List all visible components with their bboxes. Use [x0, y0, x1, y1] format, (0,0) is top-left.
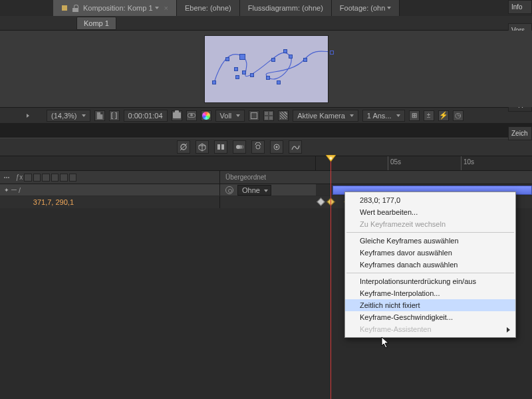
panel-tab-info[interactable]: Info [508, 0, 532, 14]
ctx-select-next[interactable]: Keyframes danach auswählen [345, 259, 515, 271]
path-node[interactable] [271, 58, 275, 62]
dropdown-zoom[interactable]: (14,3%) [47, 110, 90, 122]
path-node[interactable] [250, 73, 254, 77]
camera-icon [173, 112, 181, 118]
bolt-icon: ⚡ [439, 111, 448, 120]
tab-label: Komposition: Komp 1 [83, 4, 153, 12]
comp-subtab[interactable]: Komp 1 [76, 17, 116, 30]
tab-label: Ebene: (ohne) [185, 4, 231, 12]
ctx-edit-value[interactable]: Wert bearbeiten... [345, 206, 515, 218]
path-node[interactable] [234, 67, 238, 71]
path-node[interactable] [242, 70, 246, 74]
path-node[interactable] [289, 55, 293, 59]
color-mgmt-button[interactable] [201, 110, 211, 121]
mask-vis-button[interactable] [249, 110, 259, 121]
dots-icon [4, 177, 9, 178]
shy-button[interactable] [177, 140, 190, 154]
dropdown-quality[interactable]: Voll [215, 110, 245, 122]
brackets-icon: ⊞ [412, 112, 417, 119]
tab-footage[interactable]: Footage: (ohn [332, 0, 400, 16]
ctx-rove-across-time[interactable]: Zeitlich nicht fixiert [345, 299, 515, 311]
resolution-button[interactable] [94, 110, 105, 121]
tab-layer[interactable]: Ebene: (ohne) [177, 0, 240, 16]
path-node[interactable] [239, 54, 245, 60]
time-ruler[interactable]: 05s 10s [0, 156, 532, 171]
parent-dropdown[interactable]: Ohne [237, 185, 271, 196]
brackets-icon: [ ] [111, 112, 117, 119]
switch-col[interactable] [24, 174, 31, 182]
tab-composition[interactable]: Komposition: Komp 1 × [53, 0, 177, 16]
path-node[interactable] [235, 75, 239, 79]
panel-tab-draw[interactable]: Zeich [508, 126, 532, 140]
page-icon [96, 112, 103, 120]
rect-icon [251, 112, 257, 119]
ctx-interp-suppress[interactable]: Interpolationsunterdrückung ein/aus [345, 275, 515, 287]
views-value: 1 Ans... [367, 112, 392, 120]
switch-col[interactable] [60, 174, 67, 182]
dropdown-camera[interactable]: Aktive Kamera [293, 110, 358, 122]
layer-columns-header: ƒx Übergeordnet [0, 171, 532, 184]
path-node[interactable] [225, 57, 229, 61]
ctx-select-prev[interactable]: Keyframes davor auswählen [345, 247, 515, 259]
switch-col[interactable] [51, 174, 59, 182]
bracket-button[interactable]: ⊞ [409, 110, 420, 121]
guides-button[interactable] [278, 110, 289, 121]
path-node[interactable] [212, 80, 216, 84]
switch-col[interactable] [33, 174, 41, 182]
show-snapshot-button[interactable] [186, 110, 197, 121]
brainstorm-button[interactable] [251, 140, 265, 154]
fast-preview-button[interactable]: ⚡ [438, 110, 449, 121]
play-icon[interactable] [27, 114, 29, 118]
grid-button[interactable] [263, 110, 274, 121]
chevron-down-icon [396, 114, 400, 117]
pickwhip-icon[interactable] [225, 186, 233, 194]
lock-icon [72, 5, 79, 12]
3d-button[interactable] [196, 140, 209, 154]
property-value[interactable]: 371,7, 290,1 [33, 198, 74, 206]
frameblend-button[interactable] [214, 140, 227, 154]
snapshot-button[interactable] [172, 110, 182, 121]
svg-rect-3 [221, 144, 224, 150]
comp-icon [61, 5, 68, 11]
tab-flowchart[interactable]: Flussdiagramm: (ohne) [240, 0, 332, 16]
keyframe[interactable] [317, 198, 325, 206]
timecode-display[interactable]: 0:00:01:04 [124, 110, 168, 122]
switch-col[interactable] [42, 174, 49, 182]
ctx-kf-assistants[interactable]: Keyframe-Assistenten [345, 323, 515, 335]
ctx-value-readout[interactable]: 283,0; 177,0 [345, 194, 515, 206]
path-node[interactable] [303, 58, 307, 62]
ruler-tick: 10s [461, 156, 474, 170]
ctx-goto-time: Zu Keyframezeit wechseln [345, 218, 515, 230]
composition-viewer[interactable] [0, 31, 532, 107]
motionblur-button[interactable] [233, 140, 246, 154]
graph-button[interactable] [289, 140, 302, 154]
cursor-icon [381, 336, 390, 348]
switch-col[interactable] [69, 174, 76, 182]
ruler-tick: 05s [388, 156, 401, 170]
ctx-kf-interpolation[interactable]: Keyframe-Interpolation... [345, 287, 515, 299]
chevron-down-icon [350, 114, 354, 117]
fx-label: ƒx [16, 174, 23, 181]
path-node[interactable] [283, 49, 287, 53]
dropdown-views[interactable]: 1 Ans... [362, 110, 405, 122]
ctx-kf-velocity[interactable]: Keyframe-Geschwindigkeit... [345, 311, 515, 323]
autokey-button[interactable] [270, 140, 283, 154]
pixel-ar-button[interactable]: ± [424, 110, 434, 121]
colorwheel-icon [202, 112, 210, 120]
timeline-toggle-button[interactable]: ◷ [453, 110, 464, 121]
close-icon[interactable]: × [164, 4, 168, 12]
current-time-indicator[interactable] [331, 156, 331, 399]
comp-canvas[interactable] [205, 36, 328, 102]
zoom-value: (14,3%) [51, 112, 77, 120]
path-node[interactable] [330, 51, 334, 55]
cti-head[interactable] [326, 155, 336, 165]
path-node[interactable] [277, 80, 281, 84]
path-node[interactable] [266, 76, 270, 80]
ctx-select-same[interactable]: Gleiche Keyframes auswählen [345, 235, 515, 247]
svg-point-9 [330, 157, 332, 160]
hatch-icon [280, 112, 287, 119]
tab-label: Flussdiagramm: (ohne) [248, 4, 323, 12]
timecode-value: 0:00:01:04 [128, 112, 163, 120]
region-button[interactable]: [ ] [109, 110, 120, 121]
timeline-toolbar [0, 138, 532, 156]
